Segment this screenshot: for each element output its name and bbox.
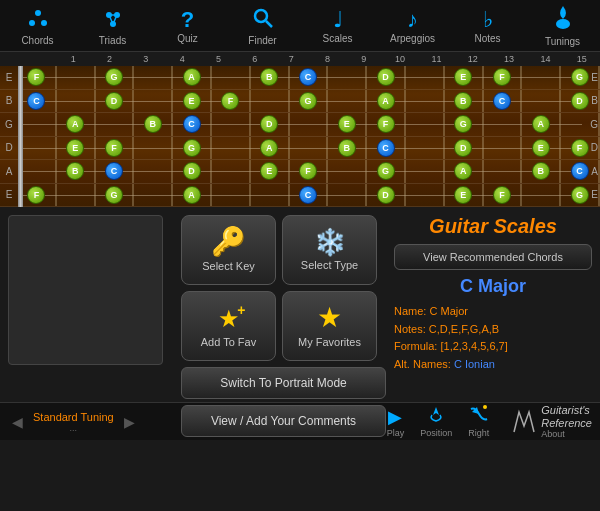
nav-finder[interactable]: Finder bbox=[233, 7, 293, 46]
string-row-G-2: GABCDEFGAG bbox=[0, 113, 600, 137]
note-dot-4-5[interactable]: D bbox=[183, 162, 201, 180]
key-icon: 🔑 bbox=[211, 228, 246, 256]
svg-point-12 bbox=[483, 405, 487, 409]
fret-cell-4-4 bbox=[134, 160, 173, 183]
string-label-right-4: A bbox=[591, 166, 598, 177]
note-dot-4-14[interactable]: B bbox=[532, 162, 550, 180]
nav-triads[interactable]: Triads bbox=[83, 7, 143, 46]
note-dot-3-9[interactable]: B bbox=[338, 139, 356, 157]
fret-number-8: 8 bbox=[309, 54, 345, 64]
note-dot-5-5[interactable]: A bbox=[183, 186, 201, 204]
scale-preview bbox=[8, 215, 163, 365]
my-favorites-button[interactable]: ★ My Favorites bbox=[282, 291, 377, 361]
note-dot-3-7[interactable]: A bbox=[260, 139, 278, 157]
frets-container-4: BCDEFGABC bbox=[18, 160, 600, 183]
guitar-scales-title: Guitar Scales bbox=[394, 215, 592, 238]
note-dot-0-7[interactable]: B bbox=[260, 68, 278, 86]
note-dot-2-10[interactable]: F bbox=[377, 115, 395, 133]
nav-chords[interactable]: Chords bbox=[8, 7, 68, 46]
note-dot-1-10[interactable]: A bbox=[377, 92, 395, 110]
fret-cell-3-8 bbox=[290, 137, 329, 160]
view-recommended-chords-button[interactable]: View Recommended Chords bbox=[394, 244, 592, 270]
nav-scales[interactable]: ♩ Scales bbox=[308, 9, 368, 44]
fret-cell-2-14: A bbox=[522, 113, 561, 136]
note-dot-3-12[interactable]: D bbox=[454, 139, 472, 157]
note-dot-3-5[interactable]: G bbox=[183, 139, 201, 157]
note-dot-4-3[interactable]: C bbox=[105, 162, 123, 180]
note-dot-5-10[interactable]: D bbox=[377, 186, 395, 204]
note-dot-3-3[interactable]: F bbox=[105, 139, 123, 157]
note-dot-2-2[interactable]: A bbox=[66, 115, 84, 133]
note-dot-2-12[interactable]: G bbox=[454, 115, 472, 133]
note-dot-0-5[interactable]: A bbox=[183, 68, 201, 86]
fret-cell-0-5: A bbox=[173, 66, 212, 89]
select-type-button[interactable]: ❄️ Select Type bbox=[282, 215, 377, 285]
add-to-fav-button[interactable]: ★+ Add To Fav bbox=[181, 291, 276, 361]
note-dot-4-8[interactable]: F bbox=[299, 162, 317, 180]
notes-icon: ♭ bbox=[483, 9, 493, 31]
switch-portrait-button[interactable]: Switch To Portrait Mode bbox=[181, 367, 386, 399]
note-dot-0-1[interactable]: F bbox=[27, 68, 45, 86]
note-dot-3-15[interactable]: F bbox=[571, 139, 589, 157]
note-dot-2-7[interactable]: D bbox=[260, 115, 278, 133]
nav-notes[interactable]: ♭ Notes bbox=[458, 9, 518, 44]
select-key-button[interactable]: 🔑 Select Key bbox=[181, 215, 276, 285]
note-dot-2-4[interactable]: B bbox=[144, 115, 162, 133]
nav-quiz[interactable]: ? Quiz bbox=[158, 9, 218, 44]
note-dot-2-9[interactable]: E bbox=[338, 115, 356, 133]
note-dot-2-14[interactable]: A bbox=[532, 115, 550, 133]
note-dot-5-12[interactable]: E bbox=[454, 186, 472, 204]
note-dot-5-15[interactable]: G bbox=[571, 186, 589, 204]
fret-cell-2-9: E bbox=[328, 113, 367, 136]
nav-right[interactable]: Right bbox=[468, 405, 489, 438]
note-dot-3-2[interactable]: E bbox=[66, 139, 84, 157]
fret-number-1: 1 bbox=[55, 54, 91, 64]
note-dot-2-5[interactable]: C bbox=[183, 115, 201, 133]
fret-cell-1-10: A bbox=[367, 90, 406, 113]
note-dot-4-15[interactable]: C bbox=[571, 162, 589, 180]
fret-cell-2-6 bbox=[212, 113, 251, 136]
note-dot-0-10[interactable]: D bbox=[377, 68, 395, 86]
note-dot-5-13[interactable]: F bbox=[493, 186, 511, 204]
quiz-label: Quiz bbox=[177, 33, 198, 44]
fret-cell-3-2: E bbox=[57, 137, 96, 160]
note-dot-1-6[interactable]: F bbox=[221, 92, 239, 110]
fret-cell-5-1: F bbox=[18, 184, 57, 207]
note-dot-3-14[interactable]: E bbox=[532, 139, 550, 157]
note-dot-0-8[interactable]: C bbox=[299, 68, 317, 86]
fret-cell-4-2: B bbox=[57, 160, 96, 183]
note-dot-4-7[interactable]: E bbox=[260, 162, 278, 180]
note-dot-4-12[interactable]: A bbox=[454, 162, 472, 180]
note-dot-1-15[interactable]: D bbox=[571, 92, 589, 110]
note-dot-1-3[interactable]: D bbox=[105, 92, 123, 110]
nav-play[interactable]: ▶ Play bbox=[387, 406, 405, 438]
note-dot-0-15[interactable]: G bbox=[571, 68, 589, 86]
note-dot-1-13[interactable]: C bbox=[493, 92, 511, 110]
note-dot-1-1[interactable]: C bbox=[27, 92, 45, 110]
nav-arpeggios[interactable]: ♪ Arpeggios bbox=[383, 9, 443, 44]
chords-icon bbox=[27, 7, 49, 33]
note-dot-5-8[interactable]: C bbox=[299, 186, 317, 204]
tuning-next-button[interactable]: ▶ bbox=[120, 412, 139, 432]
note-dot-4-2[interactable]: B bbox=[66, 162, 84, 180]
note-dot-5-1[interactable]: F bbox=[27, 186, 45, 204]
tuning-prev-button[interactable]: ◀ bbox=[8, 412, 27, 432]
guitarist-reference[interactable]: Guitarist's Reference About bbox=[509, 404, 592, 438]
note-dot-1-12[interactable]: B bbox=[454, 92, 472, 110]
favorites-icon: ★ bbox=[317, 304, 342, 332]
string-label-2: G bbox=[0, 119, 18, 130]
note-dot-0-13[interactable]: F bbox=[493, 68, 511, 86]
note-dot-5-3[interactable]: G bbox=[105, 186, 123, 204]
fret-cell-4-5: D bbox=[173, 160, 212, 183]
note-dot-0-3[interactable]: G bbox=[105, 68, 123, 86]
note-dot-3-10[interactable]: C bbox=[377, 139, 395, 157]
note-dot-1-8[interactable]: G bbox=[299, 92, 317, 110]
note-dot-1-5[interactable]: E bbox=[183, 92, 201, 110]
fret-cell-2-4: B bbox=[134, 113, 173, 136]
fret-cell-1-5: E bbox=[173, 90, 212, 113]
note-dot-0-12[interactable]: E bbox=[454, 68, 472, 86]
nav-position[interactable]: Position bbox=[420, 405, 452, 438]
nav-tunings[interactable]: Tunings bbox=[533, 6, 593, 47]
note-dot-4-10[interactable]: G bbox=[377, 162, 395, 180]
svg-point-2 bbox=[41, 20, 47, 26]
